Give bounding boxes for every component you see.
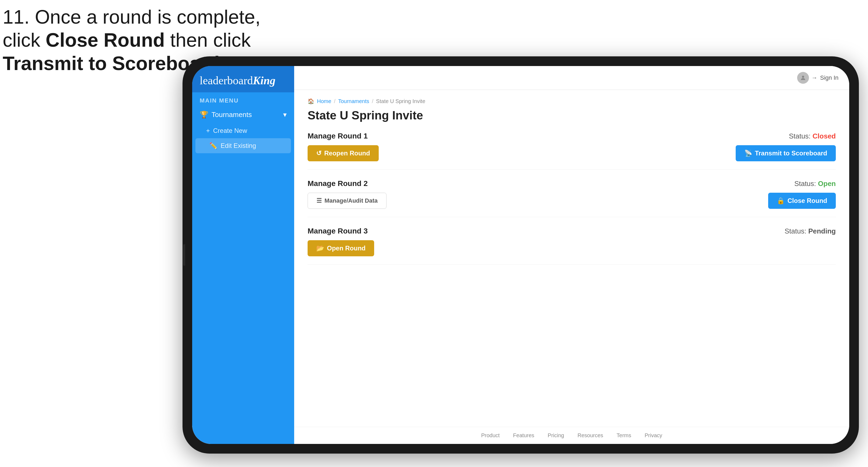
home-icon: 🏠: [308, 98, 314, 104]
open-round-icon: 📂: [316, 245, 324, 252]
transmit-icon: 📡: [744, 150, 752, 157]
sidebar-create-new[interactable]: + Create New: [192, 123, 294, 138]
tablet-frame: leaderboardKing MAIN MENU 🏆 Tournaments …: [183, 56, 859, 454]
transmit-scoreboard-button[interactable]: 📡 Transmit to Scoreboard: [736, 145, 836, 161]
breadcrumb-tournaments[interactable]: Tournaments: [338, 98, 369, 104]
sidebar-logo: leaderboardKing: [192, 66, 294, 92]
top-bar: → Sign In: [294, 66, 849, 90]
open-round-button[interactable]: 📂 Open Round: [308, 240, 374, 256]
footer: Product Features Pricing Resources Terms…: [294, 427, 849, 444]
edit-icon: ✏️: [209, 142, 217, 150]
round-3-title: Manage Round 3: [308, 227, 368, 236]
sign-in-button[interactable]: → Sign In: [797, 72, 839, 84]
round-3-status: Status: Pending: [784, 227, 836, 236]
round-2-status: Status: Open: [794, 180, 836, 188]
svg-point-2: [802, 76, 804, 78]
close-round-icon: 🔒: [777, 197, 785, 205]
manage-audit-data-button[interactable]: ☰ Manage/Audit Data: [308, 193, 386, 209]
sidebar-menu-label: MAIN MENU: [192, 92, 294, 106]
footer-pricing[interactable]: Pricing: [548, 432, 564, 439]
sidebar-edit-existing[interactable]: ✏️ Edit Existing: [195, 138, 291, 153]
footer-privacy[interactable]: Privacy: [645, 432, 662, 439]
page-title: State U Spring Invite: [308, 109, 836, 122]
round-1-section: Manage Round 1 Status: Closed ↺ Reopen R…: [308, 132, 836, 169]
main-content: → Sign In 🏠 Home / Tournaments / State U…: [294, 66, 849, 444]
round-2-title: Manage Round 2: [308, 179, 368, 188]
round-1-title: Manage Round 1: [308, 132, 368, 141]
breadcrumb: 🏠 Home / Tournaments / State U Spring In…: [308, 98, 836, 104]
reopen-icon: ↺: [316, 150, 321, 157]
content-area: 🏠 Home / Tournaments / State U Spring In…: [294, 90, 849, 427]
logo: leaderboardKing: [200, 74, 287, 87]
round-2-section: Manage Round 2 Status: Open ☰ Manage/Aud…: [308, 179, 836, 217]
close-round-button[interactable]: 🔒 Close Round: [768, 193, 836, 209]
tablet-screen: leaderboardKing MAIN MENU 🏆 Tournaments …: [192, 66, 849, 444]
round-1-status: Status: Closed: [789, 132, 836, 141]
plus-icon: +: [206, 127, 210, 134]
avatar: [797, 72, 809, 84]
footer-features[interactable]: Features: [513, 432, 534, 439]
sidebar-item-tournaments[interactable]: 🏆 Tournaments ▾: [192, 106, 294, 123]
round-3-section: Manage Round 3 Status: Pending 📂 Open Ro…: [308, 227, 836, 264]
trophy-icon: 🏆: [200, 111, 208, 119]
audit-icon: ☰: [316, 197, 322, 204]
chevron-down-icon: ▾: [283, 111, 287, 119]
footer-resources[interactable]: Resources: [578, 432, 603, 439]
breadcrumb-current: State U Spring Invite: [376, 98, 425, 104]
sidebar: leaderboardKing MAIN MENU 🏆 Tournaments …: [192, 66, 294, 444]
footer-terms[interactable]: Terms: [617, 432, 631, 439]
breadcrumb-home[interactable]: Home: [317, 98, 331, 104]
tablet-side-button: [183, 244, 185, 266]
app-container: leaderboardKing MAIN MENU 🏆 Tournaments …: [192, 66, 849, 444]
sign-in-icon: →: [812, 74, 817, 81]
reopen-round-button[interactable]: ↺ Reopen Round: [308, 145, 379, 161]
footer-product[interactable]: Product: [481, 432, 500, 439]
